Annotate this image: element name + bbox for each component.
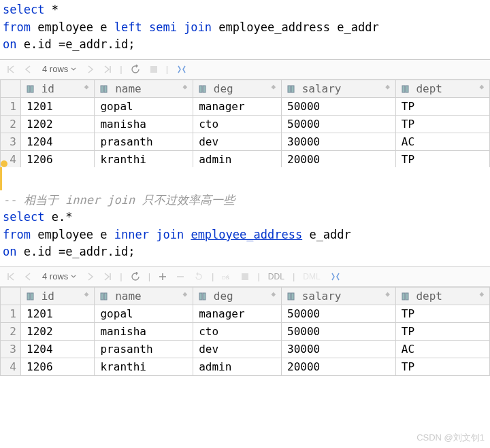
cell-deg[interactable]: admin bbox=[193, 150, 282, 168]
separator: | bbox=[212, 271, 214, 281]
table-row[interactable]: 41206kranthiadmin20000TP bbox=[1, 150, 490, 168]
svg-rect-19 bbox=[288, 293, 291, 300]
ddl-button[interactable]: DDL bbox=[267, 271, 286, 283]
sort-icon: ◆ bbox=[183, 290, 188, 298]
column-icon bbox=[402, 85, 410, 93]
cell-id[interactable]: 1204 bbox=[21, 340, 95, 358]
column-header-name[interactable]: name◆ bbox=[95, 287, 193, 305]
column-label: id bbox=[42, 290, 54, 303]
compare-icon[interactable] bbox=[175, 63, 189, 75]
remove-row-icon[interactable] bbox=[175, 271, 186, 282]
cell-dept[interactable]: TP bbox=[395, 115, 489, 133]
prev-page-icon[interactable] bbox=[23, 271, 33, 282]
table-row[interactable]: 31204prasanthdev30000AC bbox=[1, 340, 490, 358]
cell-dept[interactable]: TP bbox=[395, 150, 489, 168]
cell-salary[interactable]: 50000 bbox=[282, 305, 396, 322]
last-page-icon[interactable] bbox=[102, 64, 113, 75]
cell-dept[interactable]: TP bbox=[395, 358, 489, 375]
cell-name[interactable]: manisha bbox=[95, 322, 193, 340]
cell-name[interactable]: gopal bbox=[95, 97, 193, 115]
prev-page-icon[interactable] bbox=[23, 64, 33, 75]
cell-name[interactable]: kranthi bbox=[95, 358, 193, 375]
column-header-name[interactable]: name◆ bbox=[95, 80, 193, 97]
cell-deg[interactable]: manager bbox=[193, 305, 282, 322]
last-page-icon[interactable] bbox=[102, 271, 113, 282]
cell-salary[interactable]: 50000 bbox=[282, 322, 396, 340]
column-label: deg bbox=[214, 290, 233, 303]
cell-salary[interactable]: 20000 bbox=[282, 150, 396, 168]
cell-name[interactable]: prasanth bbox=[95, 133, 193, 150]
row-count-dropdown[interactable]: 4 rows bbox=[39, 271, 79, 282]
sort-icon: ◆ bbox=[84, 82, 89, 91]
table-row[interactable]: 21202manishacto50000TP bbox=[1, 115, 490, 133]
column-header-id[interactable]: id◆ bbox=[21, 80, 95, 97]
dml-button[interactable]: DML bbox=[301, 271, 321, 283]
table-row[interactable]: 11201gopalmanager50000TP bbox=[1, 305, 490, 322]
cell-name[interactable]: kranthi bbox=[95, 150, 193, 168]
table-row[interactable]: 21202manishacto50000TP bbox=[1, 322, 490, 340]
cell-salary[interactable]: 30000 bbox=[282, 133, 396, 150]
commit-icon[interactable]: DB bbox=[220, 271, 233, 283]
sql-text: e.* bbox=[44, 210, 72, 224]
compare-icon[interactable] bbox=[329, 271, 342, 283]
svg-rect-3 bbox=[101, 86, 103, 92]
keyword: inner join bbox=[114, 228, 184, 241]
stop-icon[interactable] bbox=[240, 271, 250, 282]
first-page-icon[interactable] bbox=[5, 271, 16, 282]
cell-deg[interactable]: manager bbox=[193, 97, 282, 115]
cell-id[interactable]: 1202 bbox=[21, 322, 95, 340]
intention-bulb-icon[interactable] bbox=[0, 167, 490, 179]
refresh-icon[interactable] bbox=[129, 63, 142, 75]
table-row[interactable]: 11201gopalmanager50000TP bbox=[1, 97, 490, 115]
separator: | bbox=[293, 271, 295, 281]
cell-id[interactable]: 1202 bbox=[21, 115, 95, 133]
svg-rect-2 bbox=[31, 86, 33, 92]
column-header-salary[interactable]: salary◆ bbox=[282, 80, 396, 97]
cell-dept[interactable]: TP bbox=[395, 305, 489, 322]
cell-id[interactable]: 1206 bbox=[21, 150, 95, 168]
cell-salary[interactable]: 50000 bbox=[282, 97, 396, 115]
cell-dept[interactable]: TP bbox=[395, 322, 489, 340]
cell-dept[interactable]: TP bbox=[395, 97, 489, 115]
table-link[interactable]: employee_address bbox=[191, 228, 302, 241]
svg-rect-17 bbox=[199, 293, 202, 300]
column-label: salary bbox=[302, 290, 342, 303]
refresh-icon[interactable] bbox=[129, 271, 142, 283]
svg-rect-9 bbox=[402, 86, 405, 92]
cell-name[interactable]: gopal bbox=[95, 305, 193, 322]
column-label: salary bbox=[302, 82, 342, 95]
cell-id[interactable]: 1204 bbox=[21, 133, 95, 150]
row-count-dropdown[interactable]: 4 rows bbox=[39, 63, 79, 75]
column-header-dept[interactable]: dept◆ bbox=[395, 80, 489, 97]
cell-deg[interactable]: cto bbox=[193, 115, 282, 133]
column-header-deg[interactable]: deg◆ bbox=[193, 80, 282, 97]
cell-id[interactable]: 1201 bbox=[21, 97, 95, 115]
next-page-icon[interactable] bbox=[86, 64, 95, 75]
cell-dept[interactable]: AC bbox=[395, 133, 489, 150]
stop-icon[interactable] bbox=[148, 64, 159, 75]
cell-deg[interactable]: admin bbox=[193, 358, 282, 375]
cell-deg[interactable]: cto bbox=[193, 322, 282, 340]
column-header-id[interactable]: id◆ bbox=[21, 287, 95, 305]
cell-dept[interactable]: AC bbox=[395, 340, 489, 358]
cell-name[interactable]: manisha bbox=[95, 115, 193, 133]
add-row-icon[interactable] bbox=[157, 271, 168, 282]
column-header-salary[interactable]: salary◆ bbox=[282, 287, 396, 305]
table-row[interactable]: 41206kranthiadmin20000TP bbox=[1, 358, 490, 375]
keyword: select bbox=[3, 3, 44, 16]
cell-id[interactable]: 1206 bbox=[21, 358, 95, 375]
column-header-dept[interactable]: dept◆ bbox=[395, 287, 489, 305]
revert-icon[interactable] bbox=[193, 271, 205, 283]
cell-id[interactable]: 1201 bbox=[21, 305, 95, 322]
cell-name[interactable]: prasanth bbox=[95, 340, 193, 358]
cell-deg[interactable]: dev bbox=[193, 340, 282, 358]
svg-text:DB: DB bbox=[222, 275, 229, 281]
next-page-icon[interactable] bbox=[86, 271, 95, 282]
cell-salary[interactable]: 50000 bbox=[282, 115, 396, 133]
cell-salary[interactable]: 20000 bbox=[282, 358, 396, 375]
first-page-icon[interactable] bbox=[5, 64, 16, 75]
cell-salary[interactable]: 30000 bbox=[282, 340, 396, 358]
column-header-deg[interactable]: deg◆ bbox=[193, 287, 282, 305]
cell-deg[interactable]: dev bbox=[193, 133, 282, 150]
table-row[interactable]: 31204prasanthdev30000AC bbox=[1, 133, 490, 150]
